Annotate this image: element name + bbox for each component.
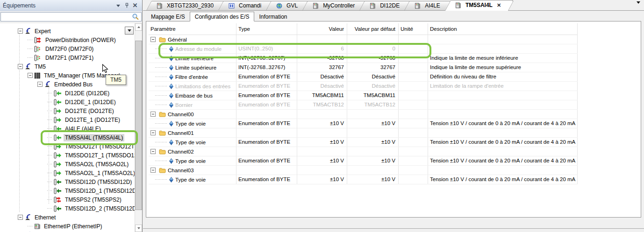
tree-item-tm5sao2l-tm5sao2l[interactable]: TM5SAO2L (TM5SAO2L) (0, 160, 135, 169)
tree-item-dm72f1-dm72f1[interactable]: DM72F1 (DM72F1) (0, 53, 135, 62)
tree-item-tm5sdi12d-2-tm5sdi12d[interactable]: TM5SDI12D_2 (TM5SDI12D) (0, 204, 135, 213)
group-label: Channel01 (168, 129, 194, 137)
panel-close-button[interactable]: ✕ (131, 2, 139, 9)
table-group-row-channel01[interactable]: Channel01 (149, 128, 578, 138)
parameter-label: Embase de bus (175, 91, 213, 100)
tab-overflow-button[interactable] (637, 4, 640, 10)
tree-expander-minus[interactable] (28, 73, 33, 78)
panel-pin-button[interactable] (122, 2, 131, 9)
value-cell[interactable]: ±10 V (297, 175, 347, 184)
tree-scrollbar[interactable] (135, 23, 142, 232)
tree-item-do12te-do12te[interactable]: DO12TE (DO12TE) (0, 106, 135, 115)
value-cell[interactable]: ±10 V (297, 119, 347, 128)
tree-expander-minus[interactable] (37, 82, 43, 87)
tree-item-expert[interactable]: Expert (0, 27, 135, 35)
tree-connector (155, 67, 167, 68)
value-cell[interactable]: Désactivé (297, 72, 347, 81)
subtab-configuration-des-e-s[interactable]: Configuration des E/S (190, 12, 255, 21)
tree-item-dm72f0-dm72f0[interactable]: DM72F0 (DM72F0) (0, 44, 135, 53)
folder-icon (159, 37, 166, 42)
tree-item-do12te-1-do12te[interactable]: DO12TE_1 (DO12TE) (0, 115, 135, 124)
subtab-information[interactable]: Information (254, 12, 292, 21)
device-icon (313, 3, 319, 9)
tree-item-tm5sdo12t-tm5sdo12t[interactable]: TM5SDO12T (TM5SDO12T) (0, 142, 135, 151)
unit-cell (399, 128, 428, 137)
subtab-mappage-e-s[interactable]: Mappage E/S (146, 12, 190, 21)
group-label: Channel03 (168, 166, 194, 175)
type-cell (236, 166, 297, 175)
scroll-up-button[interactable] (135, 23, 142, 31)
document-tab-comandi[interactable]: Comandi (218, 1, 269, 10)
tree-item-tm5sao2l-1-tm5sao2l[interactable]: TM5SAO2L_1 (TM5SAO2L) (0, 169, 135, 177)
tree-item-ethernet[interactable]: Ethernet (0, 213, 135, 222)
value-cell[interactable]: TM5ACTB12 (297, 100, 347, 109)
table-group-row-channel03[interactable]: Channel03 (149, 166, 578, 175)
value-cell[interactable]: -32768 (297, 54, 347, 63)
table-row-limite-sup-rieure[interactable]: Limite supérieureINT(-32768..32767)32767… (149, 63, 578, 72)
tree-item-tm5sdi12d-tm5sdi12d[interactable]: TM5SDI12D (TM5SDI12D) (0, 177, 135, 186)
tree-connector (155, 161, 167, 161)
group-expander-minus[interactable] (150, 37, 156, 42)
scroll-down-button[interactable] (135, 225, 142, 232)
tree-item-tm5[interactable]: TM5 (0, 62, 135, 71)
table-row-adresse-du-module[interactable]: Adresse du moduleUSINT(0..250)60 (149, 44, 578, 54)
table-group-row-channel00[interactable]: Channel00 (149, 110, 578, 119)
table-row-type-de-voie[interactable]: Type de voieEnumeration of BYTE±10 V±10 … (149, 156, 578, 166)
table-row-embase-de-bus[interactable]: Embase de busEnumeration of BYTETM5ACBM1… (149, 91, 578, 100)
tree-item-powerdistribution-power[interactable]: PowerDistribution (POWER) (0, 35, 135, 44)
document-tab-ai4le[interactable]: AI4LE (404, 1, 448, 10)
panel-menu-button[interactable] (114, 2, 122, 9)
chevron-down-icon (128, 29, 131, 32)
document-tab-di12de[interactable]: DI12DE (359, 1, 407, 10)
tree-expander-minus[interactable] (18, 215, 23, 220)
description-cell (428, 166, 578, 175)
tree-item-tm5sdi12d-1-tm5sdi12d[interactable]: TM5SDI12D_1 (TM5SDI12D) (0, 186, 135, 195)
group-expander-minus[interactable] (150, 112, 156, 117)
tree-item-ai4le-ai4le[interactable]: AI4LE (AI4LE) (0, 124, 135, 133)
module-input-icon (54, 99, 62, 105)
type-cell: Enumeration of BYTE (236, 156, 297, 165)
value-cell[interactable]: 32767 (297, 63, 347, 72)
table-group-row-g-n-ral[interactable]: Général (149, 35, 578, 44)
group-expander-minus[interactable] (150, 168, 156, 173)
value-cell[interactable]: 6 (297, 44, 347, 53)
group-expander-minus[interactable] (150, 149, 156, 154)
tree-item-di12de-di12de[interactable]: DI12DE (DI12DE) (0, 89, 135, 98)
tree-item-tm5sps2-tm5sps2[interactable]: TM5SPS2 (TM5SPS2) (0, 195, 135, 204)
tree-expander-minus[interactable] (18, 64, 23, 69)
group-expander-minus[interactable] (150, 130, 156, 135)
tree-item-tm5sai4l-tm5sai4l[interactable]: TM5SAI4L (TM5SAI4L) (0, 133, 135, 142)
tree-dropdown-button[interactable] (125, 27, 134, 35)
table-row-bornier[interactable]: BornierEnumeration of BYTETM5ACTB12TM5AC… (149, 100, 578, 110)
scrollbar-thumb[interactable] (135, 41, 142, 210)
document-tab-tm5sai4l[interactable]: TM5SAI4L✕ (445, 0, 508, 10)
tree-item-ethernetip-ethernetip[interactable]: EthernetIP (EthernetIP) (0, 222, 135, 231)
table-group-row-channel02[interactable]: Channel02 (149, 147, 578, 156)
tree-expander-minus[interactable] (18, 28, 23, 34)
table-header-row: ParamètreTypeValeurValeur par défautUnit… (149, 23, 578, 35)
search-input[interactable] (1, 13, 130, 21)
table-row-type-de-voie[interactable]: Type de voieEnumeration of BYTE±10 V±10 … (149, 175, 578, 184)
document-tab-xbtgt2330-2930[interactable]: XBTGT2330_2930 (146, 1, 221, 10)
value-cell[interactable]: ±10 V (297, 138, 347, 147)
tree-item-tm5sdo12t-1-tm5sdo12t[interactable]: TM5SDO12T_1 (TM5SDO12T) (0, 151, 135, 160)
description-cell: Tension ±10 V / courant de 0 à 20 mA / c… (428, 119, 578, 128)
document-tab-mycontroller[interactable]: MyController (302, 1, 362, 10)
parameter-label: Adresse du module (175, 45, 222, 53)
value-cell[interactable]: Désactivé (297, 82, 347, 91)
value-cell[interactable]: ±10 V (297, 156, 347, 165)
type-cell: INT(-32768..32767) (236, 63, 297, 72)
table-row-type-de-voie[interactable]: Type de voieEnumeration of BYTE±10 V±10 … (149, 119, 578, 128)
table-row-limite-inf-rieure[interactable]: Limite inférieureINT(-32768..32767)-3276… (149, 54, 578, 63)
tab-close-icon[interactable]: ✕ (497, 2, 501, 8)
document-tab-gvl[interactable]: GVL (266, 1, 305, 10)
tree-item-di12de-1-di12de[interactable]: DI12DE_1 (DI12DE) (0, 98, 135, 106)
value-cell[interactable]: TM5ACBM11 (297, 91, 347, 100)
value-cell (297, 128, 347, 137)
table-row-filtre-d-entr-e[interactable]: Filtre d'entréeEnumeration of BYTEDésact… (149, 72, 578, 82)
editor-area: XBTGT2330_2930ComandiGVLMyControllerDI12… (143, 0, 644, 232)
table-row-limitations-des-entr-es[interactable]: Limitations des entréesEnumeration of BY… (149, 82, 578, 91)
table-row-type-de-voie[interactable]: Type de voieEnumeration of BYTE±10 V±10 … (149, 138, 578, 147)
parameter-icon (169, 158, 173, 164)
type-cell (236, 35, 297, 44)
